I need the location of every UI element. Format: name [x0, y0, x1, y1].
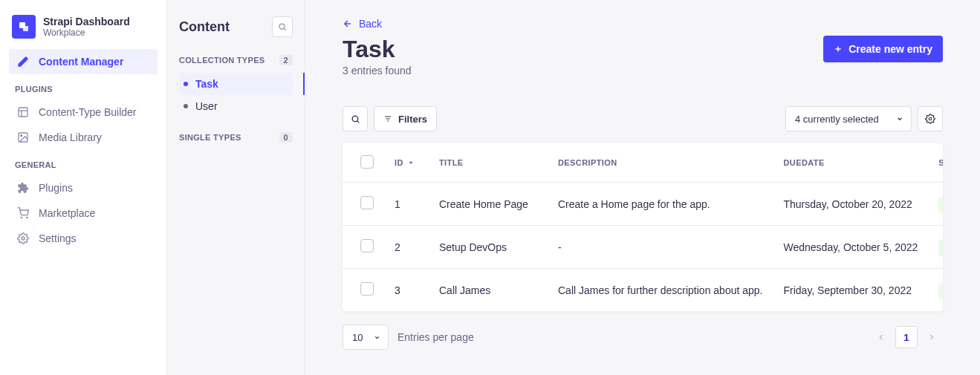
chevron-left-icon	[877, 333, 886, 342]
column-header-description[interactable]: DESCRIPTION	[548, 143, 773, 183]
page-number-button[interactable]: 1	[895, 326, 918, 348]
create-entry-label: Create new entry	[848, 43, 932, 55]
table-search-button[interactable]	[343, 106, 368, 131]
primary-sidebar: Strapi Dashboard Workplace Content Manag…	[0, 0, 167, 375]
svg-marker-21	[409, 161, 412, 163]
table-toolbar: Filters 4 currently selected	[343, 106, 943, 131]
entries-found: 3 entries found	[343, 65, 412, 76]
table-settings-button[interactable]	[918, 106, 943, 131]
nav-settings[interactable]: Settings	[9, 226, 158, 251]
filters-button[interactable]: Filters	[374, 106, 437, 131]
table-row[interactable]: 2 Setup DevOps - Wednesday, October 5, 2…	[343, 226, 943, 269]
nav-plugins[interactable]: Plugins	[9, 175, 158, 200]
table-scroll[interactable]: ID TITLE DESCRIPTION DUEDATE STATE 1	[343, 143, 943, 311]
row-checkbox[interactable]	[360, 196, 374, 209]
state-badge: Published	[938, 240, 943, 256]
svg-rect-2	[19, 108, 27, 117]
puzzle-icon	[16, 181, 30, 195]
cell-id: 3	[384, 269, 429, 312]
bullet-icon	[184, 104, 188, 108]
gear-icon	[925, 114, 935, 124]
collection-types-count: 2	[279, 55, 293, 65]
cell-description: Call James for further description about…	[548, 269, 773, 312]
cell-duedate: Friday, September 30, 2022	[773, 269, 928, 312]
single-types-label: SINGLE TYPES	[179, 133, 241, 142]
nav-section-general: GENERAL	[9, 150, 158, 175]
brand-title: Strapi Dashboard	[43, 16, 130, 27]
nav-content-manager[interactable]: Content Manager	[9, 49, 158, 74]
cell-description: -	[548, 226, 773, 269]
cell-title: Call James	[429, 269, 548, 312]
brand: Strapi Dashboard Workplace	[9, 9, 158, 49]
create-entry-button[interactable]: Create new entry	[823, 36, 943, 62]
column-header-state[interactable]: STATE	[928, 143, 943, 183]
columns-select[interactable]: 4 currently selected	[785, 106, 912, 131]
collection-type-user[interactable]: User	[179, 95, 293, 117]
columns-select-label: 4 currently selected	[795, 114, 879, 125]
cell-id: 2	[384, 226, 429, 269]
page-next-button[interactable]	[921, 326, 943, 348]
arrow-left-icon	[343, 19, 353, 29]
row-checkbox[interactable]	[360, 282, 374, 296]
collection-type-task[interactable]: Task	[179, 73, 293, 95]
state-badge: Published	[938, 197, 943, 213]
svg-line-11	[284, 28, 285, 30]
chevron-down-icon	[374, 334, 380, 341]
column-header-id[interactable]: ID	[384, 143, 429, 183]
active-indicator	[303, 73, 305, 95]
search-icon	[351, 114, 360, 124]
entries-table: ID TITLE DESCRIPTION DUEDATE STATE 1	[343, 143, 943, 311]
brand-logo-icon	[12, 15, 36, 39]
cell-duedate: Wednesday, October 5, 2022	[773, 226, 928, 269]
nav-label: Content Manager	[39, 56, 123, 68]
back-link[interactable]: Back	[343, 18, 382, 30]
svg-point-7	[21, 217, 22, 218]
single-types-header: SINGLE TYPES 0	[179, 132, 293, 143]
nav-section-plugins: PLUGINS	[9, 74, 158, 100]
content-search-button[interactable]	[272, 16, 293, 37]
nav-label: Media Library	[39, 131, 102, 143]
svg-point-8	[27, 217, 27, 218]
table-row[interactable]: 3 Call James Call James for further desc…	[343, 269, 943, 312]
chevron-right-icon	[927, 333, 936, 342]
column-header-title[interactable]: TITLE	[429, 143, 548, 183]
svg-point-20	[929, 117, 932, 120]
cart-icon	[16, 206, 30, 220]
page-title: Task	[343, 36, 412, 63]
table-row[interactable]: 1 Create Home Page Create a Home page fo…	[343, 183, 943, 226]
content-title: Content	[179, 19, 230, 35]
svg-line-16	[357, 121, 359, 123]
pagination: 10 Entries per page 1	[343, 325, 943, 350]
collection-types-label: COLLECTION TYPES	[179, 56, 265, 65]
row-checkbox[interactable]	[360, 239, 374, 252]
svg-point-15	[352, 116, 358, 122]
nav-label: Marketplace	[39, 207, 95, 219]
filter-icon	[383, 114, 392, 123]
nav-media-library[interactable]: Media Library	[9, 125, 158, 150]
per-page-select[interactable]: 10	[343, 325, 389, 350]
single-types-count: 0	[279, 132, 293, 143]
pencil-icon	[16, 55, 30, 68]
collection-type-label: Task	[195, 78, 218, 90]
nav-content-type-builder[interactable]: Content-Type Builder	[9, 100, 158, 125]
nav-label: Settings	[39, 232, 77, 244]
sort-asc-icon	[408, 160, 414, 166]
cell-description: Create a Home page for the app.	[548, 183, 773, 226]
nav-label: Plugins	[39, 182, 73, 194]
select-all-checkbox[interactable]	[360, 155, 374, 169]
nav-marketplace[interactable]: Marketplace	[9, 200, 158, 226]
svg-point-10	[279, 24, 285, 29]
collection-types-header: COLLECTION TYPES 2	[179, 55, 293, 65]
filters-label: Filters	[398, 114, 427, 125]
svg-rect-1	[23, 26, 28, 31]
collection-type-label: User	[195, 100, 218, 112]
bullet-icon	[184, 82, 188, 86]
per-page-label: Entries per page	[397, 331, 474, 343]
plus-icon	[834, 45, 843, 53]
state-badge: Published	[938, 283, 943, 299]
column-header-duedate[interactable]: DUEDATE	[773, 143, 928, 183]
gear-icon	[16, 232, 30, 245]
page-prev-button[interactable]	[870, 326, 892, 348]
svg-point-6	[21, 135, 22, 137]
per-page-value: 10	[352, 332, 363, 343]
